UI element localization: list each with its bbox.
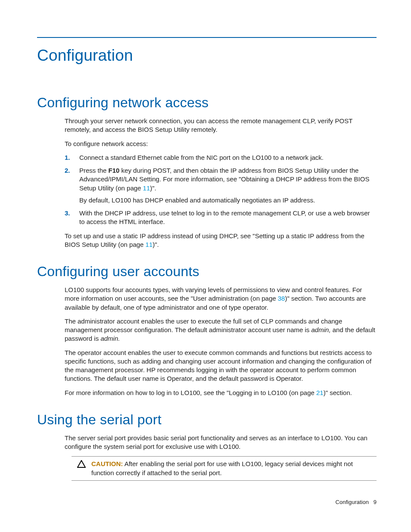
chapter-title: Configuration [37,47,377,65]
text-run: The administrator account enables the us… [65,317,342,333]
paragraph: The server serial port provides basic se… [65,434,377,451]
step-text: With the DHCP IP address, use telnet to … [79,209,377,227]
page: Configuration Configuring network access… [0,0,411,532]
section-heading-serial: Using the serial port [37,412,377,428]
caution-box: CAUTION: After enabling the serial port … [72,456,377,481]
text-run: To set up and use a static IP address in… [65,232,364,248]
page-reference-link[interactable]: 38 [278,295,285,302]
step-item: 2. Press the F10 key during POST, and th… [65,166,377,205]
default-username: admin, [311,326,331,333]
step-text: Press the F10 key during POST, and then … [79,166,377,193]
paragraph: The administrator account enables the us… [65,317,377,343]
paragraph: For more information on how to log in to… [65,389,377,397]
caution-label: CAUTION: [91,460,123,467]
text-run: key during POST, and then obtain the IP … [79,167,369,192]
text-run: )". [150,184,156,192]
svg-marker-0 [78,460,85,467]
top-rule [37,37,377,38]
page-reference-link[interactable]: 21 [316,389,324,396]
text-run: For more information on how to log in to… [65,389,316,396]
page-reference-link[interactable]: 11 [143,184,150,192]
footer-section-name: Configuration [336,499,369,505]
paragraph: To set up and use a static IP address in… [65,232,377,249]
caution-body: After enabling the serial port for use w… [91,460,353,476]
page-reference-link[interactable]: 11 [146,241,153,248]
section-body-network: Through your server network connection, … [65,117,377,249]
ordered-steps: 1. Connect a standard Ethernet cable fro… [65,153,377,227]
step-number: 2. [65,166,70,175]
step-item: 3. With the DHCP IP address, use telnet … [65,209,377,227]
step-number: 3. [65,209,70,218]
footer-page-number: 9 [374,499,377,505]
step-item: 1. Connect a standard Ethernet cable fro… [65,153,377,162]
paragraph: The operator account enables the user to… [65,348,377,383]
section-heading-network: Configuring network access [37,95,377,111]
page-footer: Configuration 9 [336,499,377,505]
section-body-users: LO100 supports four accounts types, with… [65,286,377,397]
step-note: By default, LO100 has DHCP enabled and a… [79,196,377,205]
caution-text: CAUTION: After enabling the serial port … [91,460,377,477]
step-text: Connect a standard Ethernet cable from t… [79,153,377,162]
paragraph: LO100 supports four accounts types, with… [65,286,377,312]
paragraph: To configure network access: [65,140,377,148]
step-number: 1. [65,153,70,162]
text-run: )" section. [324,389,352,396]
text-run: Press the [79,167,109,174]
caution-icon [72,460,91,468]
section-heading-users: Configuring user accounts [37,264,377,280]
paragraph: Through your server network connection, … [65,117,377,134]
default-password: admin. [100,335,120,342]
key-name: F10 [109,167,120,174]
text-run: )". [153,241,159,248]
section-body-serial: The server serial port provides basic se… [65,434,377,481]
